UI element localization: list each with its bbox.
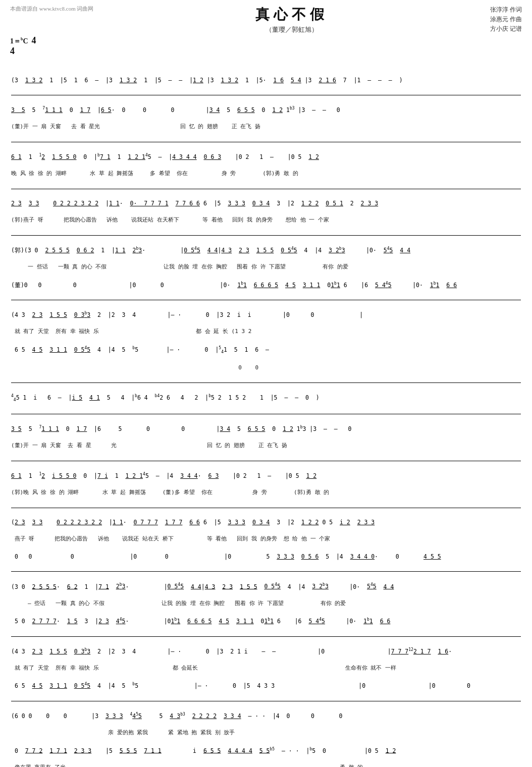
song-title: 真心不假 — [94, 5, 491, 24]
header: 本曲谱源自 www.ktvc8.com 词曲网 真心不假 （董璎／郭虹旭） 张淳… — [10, 5, 522, 34]
credit-line3: 方小庆 记谱 — [490, 24, 522, 34]
key-time: 1＝bC 44 — [10, 35, 522, 57]
score-area: (3 1 3 2 1 |5 1 6 — |3 1 3 2 1 |5 — — |1… — [10, 59, 522, 767]
credits: 张淳淳 作词 涂惠元 作曲 方小庆 记谱 — [490, 5, 522, 34]
page: 本曲谱源自 www.ktvc8.com 词曲网 真心不假 （董璎／郭虹旭） 张淳… — [0, 0, 532, 767]
watermark-top: 本曲谱源自 www.ktvc8.com 词曲网 — [10, 5, 94, 13]
title-block: 真心不假 （董璎／郭虹旭） — [94, 5, 491, 34]
credit-line1: 张淳淳 作词 — [490, 5, 522, 15]
credit-line2: 涂惠元 作曲 — [490, 15, 522, 24]
subtitle: （董璎／郭虹旭） — [94, 25, 491, 34]
